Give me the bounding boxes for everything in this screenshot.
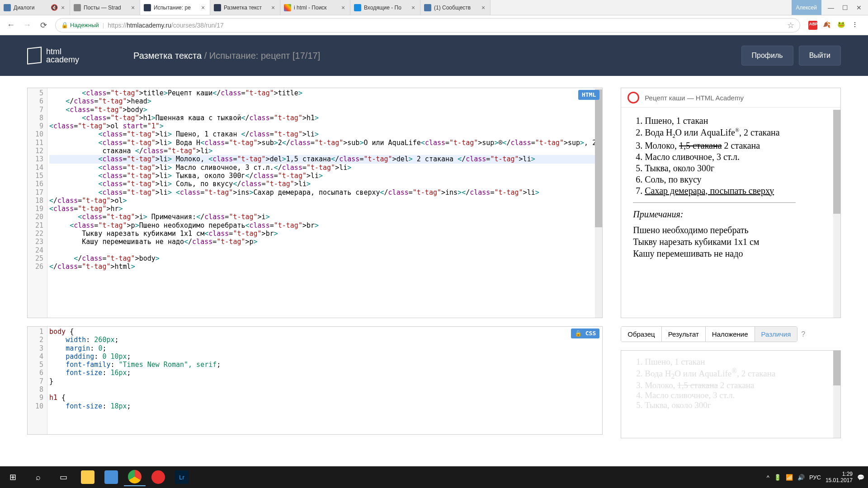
preview-pane: Рецепт каши — HTML Academy Пшено, 1 стак…: [621, 88, 841, 318]
tab-title: (1) Сообществ: [434, 5, 477, 11]
favicon: [214, 4, 221, 11]
list-item: Тыква, около 300г: [645, 163, 829, 174]
url-text: https://htmlacademy.ru/courses/38/run/17: [108, 22, 783, 29]
crumb-main[interactable]: Разметка текста: [133, 51, 202, 61]
close-icon[interactable]: ×: [270, 5, 276, 11]
close-icon[interactable]: ×: [410, 5, 416, 11]
bookmark-icon[interactable]: ☆: [787, 20, 794, 30]
favicon: [424, 4, 431, 11]
css-editor[interactable]: 🔒 CSS 12345678910 body { width: 260px; m…: [27, 326, 603, 435]
list-item: Молоко, 1,5 стакана 2 стакана: [645, 380, 829, 390]
tab-diff[interactable]: Различия: [755, 327, 797, 342]
chrome-icon[interactable]: [124, 468, 146, 486]
scrollbar[interactable]: [833, 351, 840, 438]
browser-tab[interactable]: Входящие - По ×: [350, 0, 420, 15]
mute-icon[interactable]: 🔇: [51, 4, 57, 11]
forward-button[interactable]: →: [20, 18, 34, 33]
close-icon[interactable]: ×: [340, 5, 346, 11]
list-item: Масло сливочное, 3 ст.л.: [645, 152, 829, 162]
url-input[interactable]: 🔒 Надежный | https://htmlacademy.ru/cour…: [55, 18, 800, 33]
lightroom-icon[interactable]: Lr: [171, 468, 193, 486]
maximize-icon[interactable]: ☐: [842, 4, 848, 11]
line-gutter: 12345678910: [28, 327, 47, 434]
wifi-icon[interactable]: 📶: [786, 474, 793, 481]
search-icon[interactable]: ⌕: [25, 466, 51, 488]
notifications-icon[interactable]: 💬: [857, 474, 864, 481]
ext-icon[interactable]: 🍂: [823, 21, 832, 30]
browser-tab[interactable]: Разметка текст ×: [210, 0, 280, 15]
ext-icon[interactable]: 🐸: [837, 21, 846, 30]
favicon: [284, 4, 291, 11]
notes-text: Пшено необходимо перебрать Тыкву нарезат…: [633, 224, 829, 259]
favicon: [354, 4, 361, 11]
tab-sample[interactable]: Образец: [621, 327, 661, 342]
close-window-icon[interactable]: ✕: [856, 4, 862, 11]
logo-text: htmlacademy: [46, 47, 79, 64]
list-item: Сахар демерара, посыпать сверху: [645, 186, 829, 196]
browser-tab[interactable]: Диалоги 🔇 ×: [0, 0, 70, 15]
language-indicator[interactable]: РУС: [809, 474, 821, 481]
close-icon[interactable]: ×: [480, 5, 486, 11]
breadcrumb: Разметка текста / Испытание: рецепт [17/…: [133, 51, 320, 61]
task-view-icon[interactable]: ▭: [51, 466, 76, 488]
notes-heading: Примечания:: [633, 209, 829, 220]
favicon: [74, 4, 81, 11]
taskbar: ⊞ ⌕ ▭ Lr ^ 🔋 📶 🔊 РУС 1:29 15.01.2017 💬: [0, 466, 868, 488]
reload-button[interactable]: ⟳: [36, 18, 51, 33]
line-gutter: 567891011121314151617181920212223242526: [28, 88, 47, 318]
list-item: Пшено, 1 стакан: [645, 116, 829, 126]
code-area[interactable]: <class="t-tag">title>Рецепт каши</class=…: [47, 88, 602, 318]
html-editor[interactable]: HTML 56789101112131415161718192021222324…: [27, 88, 603, 318]
profile-button[interactable]: Профиль: [741, 46, 793, 66]
browser-tab[interactable]: i html - Поиск ×: [280, 0, 350, 15]
menu-icon[interactable]: ⋮: [852, 21, 861, 30]
preview-title: Рецепт каши — HTML Academy: [645, 94, 744, 102]
help-icon[interactable]: ?: [801, 330, 805, 338]
volume-icon[interactable]: 🔊: [797, 474, 805, 481]
favicon: [144, 4, 151, 11]
back-button[interactable]: ←: [4, 18, 18, 33]
profile-button[interactable]: Алексей: [792, 0, 821, 15]
list-item: Масло сливочное, 3 ст.л.: [645, 390, 829, 400]
tab-overlay[interactable]: Наложение: [706, 327, 755, 342]
scrollbar[interactable]: [595, 88, 602, 318]
css-badge: 🔒 CSS: [571, 328, 599, 338]
logo[interactable]: htmlacademy: [27, 47, 79, 64]
logout-button[interactable]: Выйти: [799, 46, 841, 66]
close-icon[interactable]: ×: [60, 5, 66, 11]
tab-title: Разметка текст: [224, 5, 267, 11]
opera-icon[interactable]: [147, 468, 169, 486]
list-item: Молоко, 1,5 стакана 2 стакана: [645, 141, 829, 151]
compare-tabs: Образец Результат Наложение Различия: [621, 326, 797, 342]
tab-title: Испытание: ре: [154, 5, 197, 11]
tab-title: Диалоги: [14, 5, 48, 11]
code-area[interactable]: body { width: 260px; margin: 0; padding:…: [47, 327, 602, 434]
minimize-icon[interactable]: —: [828, 4, 834, 11]
browser-tab-strip: Диалоги 🔇 × Посты — Strad × Испытание: р…: [0, 0, 868, 15]
close-icon[interactable]: ×: [200, 5, 206, 11]
scrollbar[interactable]: [833, 110, 840, 318]
browser-tab[interactable]: Посты — Strad ×: [70, 0, 140, 15]
address-bar: ← → ⟳ 🔒 Надежный | https://htmlacademy.r…: [0, 15, 868, 35]
recipe-list: Пшено, 1 стакан Вода H2O или AquaLife®, …: [633, 116, 829, 196]
divider: [633, 202, 796, 203]
app-icon[interactable]: [100, 468, 122, 486]
browser-tab-active[interactable]: Испытание: ре ×: [140, 0, 210, 15]
list-item: Вода H2O или AquaLife®, 2 стакана: [645, 367, 829, 380]
start-button[interactable]: ⊞: [0, 466, 25, 488]
explorer-icon[interactable]: [77, 468, 99, 486]
clock[interactable]: 1:29 15.01.2017: [826, 471, 853, 484]
browser-tab[interactable]: (1) Сообществ ×: [420, 0, 491, 15]
favicon: [4, 4, 11, 11]
tab-title: i html - Поиск: [294, 5, 337, 11]
tray-up-icon[interactable]: ^: [767, 474, 769, 481]
battery-icon[interactable]: 🔋: [774, 474, 781, 481]
close-icon[interactable]: ×: [130, 5, 136, 11]
extensions: ABP 🍂 🐸 ⋮: [805, 21, 864, 30]
list-item: Вода H2O или AquaLife®, 2 стакана: [645, 127, 829, 140]
tab-result[interactable]: Результат: [662, 327, 706, 342]
app-header: htmlacademy Разметка текста / Испытание:…: [0, 35, 868, 76]
window-controls: — ☐ ✕: [821, 0, 868, 15]
preview-body: Пшено, 1 стакан Вода H2O или AquaLife®, …: [621, 108, 840, 318]
abp-icon[interactable]: ABP: [808, 21, 817, 30]
